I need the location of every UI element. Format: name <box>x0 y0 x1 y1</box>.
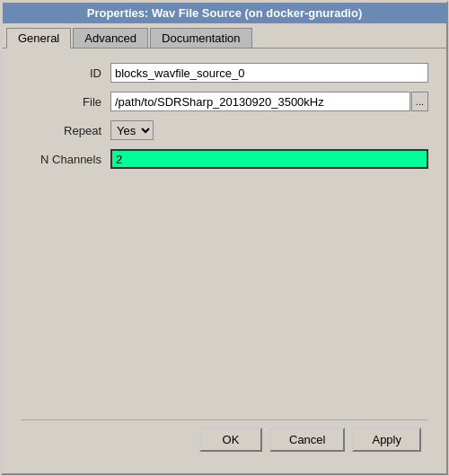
window-title: Properties: Wav File Source (on docker-g… <box>87 6 363 20</box>
file-label: File <box>21 95 110 109</box>
tab-documentation[interactable]: Documentation <box>150 28 251 48</box>
tab-bar: General Advanced Documentation <box>3 23 446 48</box>
file-field-group: ... <box>110 92 428 111</box>
title-bar: Properties: Wav File Source (on docker-g… <box>3 3 446 23</box>
file-input[interactable] <box>110 92 410 111</box>
repeat-label: Repeat <box>21 124 110 137</box>
repeat-select-wrapper: Yes No <box>110 120 154 140</box>
content-area: ID File ... Repeat Yes No <box>3 48 446 473</box>
nchannels-row: N Channels <box>21 149 428 169</box>
repeat-select[interactable]: Yes No <box>110 120 154 140</box>
id-input[interactable] <box>110 63 428 83</box>
tab-advanced[interactable]: Advanced <box>73 28 148 48</box>
properties-window: Properties: Wav File Source (on docker-g… <box>1 1 448 475</box>
button-bar: OK Cancel Apply <box>21 419 428 459</box>
file-browse-button[interactable]: ... <box>411 92 428 111</box>
nchannels-label: N Channels <box>21 153 110 166</box>
ok-button[interactable]: OK <box>199 428 262 452</box>
id-row: ID <box>21 63 428 83</box>
nchannels-input[interactable] <box>110 149 428 169</box>
cancel-button[interactable]: Cancel <box>269 428 345 452</box>
repeat-row: Repeat Yes No <box>21 120 428 140</box>
tab-general[interactable]: General <box>6 28 71 48</box>
file-row: File ... <box>21 92 428 111</box>
apply-button[interactable]: Apply <box>352 428 421 452</box>
id-label: ID <box>21 66 110 80</box>
form-area: ID File ... Repeat Yes No <box>21 63 428 419</box>
